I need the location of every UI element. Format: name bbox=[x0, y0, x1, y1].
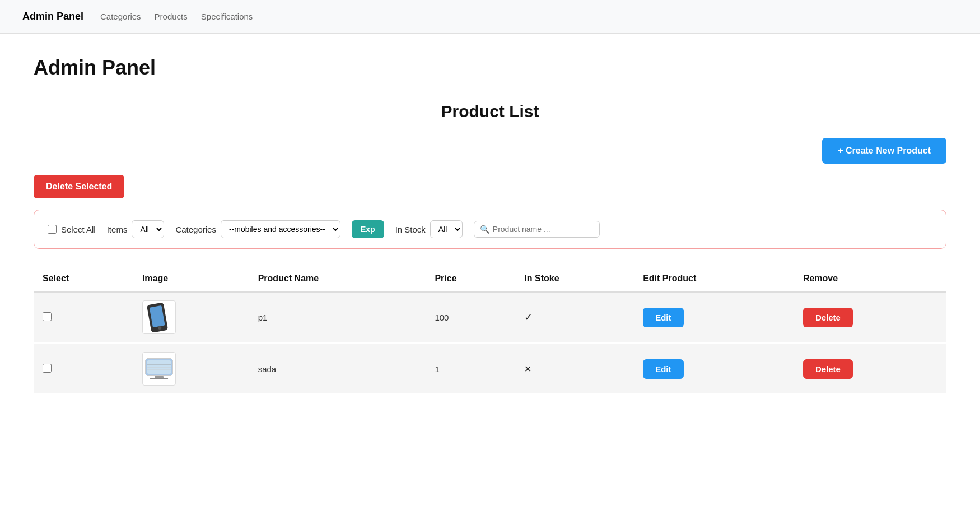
out-of-stock-x-icon: ✕ bbox=[524, 364, 531, 374]
navbar-brand: Admin Panel bbox=[22, 11, 83, 22]
col-product-name: Product Name bbox=[249, 266, 426, 292]
delete-selected-button[interactable]: Delete Selected bbox=[34, 175, 124, 198]
edit-product-cell-0: Edit bbox=[634, 292, 794, 343]
col-price: Price bbox=[426, 266, 515, 292]
nav-link-specifications[interactable]: Specifications bbox=[201, 12, 253, 21]
table-row: sada1✕EditDelete bbox=[34, 343, 946, 395]
product-image-cell-0 bbox=[133, 292, 249, 343]
product-table-body: p1100✓EditDelete sada1✕EditDelete bbox=[34, 292, 946, 395]
product-price-cell-0: 100 bbox=[426, 292, 515, 343]
col-edit-product: Edit Product bbox=[634, 266, 794, 292]
phone-icon bbox=[147, 302, 171, 332]
remove-cell-0: Delete bbox=[794, 292, 946, 343]
edit-product-cell-1: Edit bbox=[634, 343, 794, 395]
row-checkbox-0[interactable] bbox=[43, 312, 52, 321]
categories-filter: Categories --mobiles and accessories-- bbox=[175, 220, 340, 238]
top-actions-bar: + Create New Product bbox=[34, 138, 946, 164]
col-select: Select bbox=[34, 266, 133, 292]
remove-cell-1: Delete bbox=[794, 343, 946, 395]
search-wrapper: 🔍 bbox=[474, 221, 600, 238]
product-image-cell-1 bbox=[133, 343, 249, 395]
delete-button-0[interactable]: Delete bbox=[803, 308, 853, 327]
product-price-cell-1: 1 bbox=[426, 343, 515, 395]
col-in-stoke: In Stoke bbox=[515, 266, 634, 292]
svg-rect-9 bbox=[150, 378, 168, 379]
in-stock-filter: In Stock All bbox=[395, 220, 463, 238]
categories-select[interactable]: --mobiles and accessories-- bbox=[221, 220, 340, 238]
search-input[interactable] bbox=[493, 225, 594, 234]
delete-button-1[interactable]: Delete bbox=[803, 359, 853, 379]
items-select[interactable]: All bbox=[132, 220, 164, 238]
product-name-cell-0: p1 bbox=[249, 292, 426, 343]
product-image-1 bbox=[142, 352, 176, 386]
search-icon: 🔍 bbox=[480, 225, 489, 234]
select-all-checkbox[interactable] bbox=[48, 225, 57, 234]
page-title: Admin Panel bbox=[34, 56, 946, 80]
screen-icon bbox=[144, 358, 174, 380]
exp-button[interactable]: Exp bbox=[352, 220, 384, 238]
row-checkbox-1[interactable] bbox=[43, 364, 52, 373]
filter-bar: Select All Items All Categories --mobile… bbox=[34, 210, 946, 249]
items-filter: Items All bbox=[107, 220, 165, 238]
product-image-0 bbox=[142, 300, 176, 334]
in-stock-select[interactable]: All bbox=[430, 220, 463, 238]
product-stock-cell-0: ✓ bbox=[515, 292, 634, 343]
main-content: Admin Panel Product List + Create New Pr… bbox=[0, 34, 980, 418]
edit-button-0[interactable]: Edit bbox=[643, 308, 683, 327]
categories-filter-label: Categories bbox=[175, 225, 216, 234]
product-stock-cell-1: ✕ bbox=[515, 343, 634, 395]
table-header: Select Image Product Name Price In Stoke… bbox=[34, 266, 946, 292]
navbar: Admin Panel Categories Products Specific… bbox=[0, 0, 980, 34]
select-all-label: Select All bbox=[61, 225, 96, 234]
table-header-row: Select Image Product Name Price In Stoke… bbox=[34, 266, 946, 292]
product-list-title: Product List bbox=[34, 102, 946, 121]
in-stock-filter-label: In Stock bbox=[395, 225, 426, 234]
product-table: Select Image Product Name Price In Stoke… bbox=[34, 266, 946, 396]
table-row: p1100✓EditDelete bbox=[34, 292, 946, 343]
navbar-links: Categories Products Specifications bbox=[100, 12, 253, 21]
select-all-filter: Select All bbox=[48, 225, 96, 234]
col-remove: Remove bbox=[794, 266, 946, 292]
col-image: Image bbox=[133, 266, 249, 292]
edit-button-1[interactable]: Edit bbox=[643, 359, 683, 379]
items-filter-label: Items bbox=[107, 225, 128, 234]
nav-link-categories[interactable]: Categories bbox=[100, 12, 141, 21]
in-stock-check-icon: ✓ bbox=[524, 312, 533, 323]
product-name-cell-1: sada bbox=[249, 343, 426, 395]
nav-link-products[interactable]: Products bbox=[155, 12, 188, 21]
create-new-product-button[interactable]: + Create New Product bbox=[822, 138, 946, 164]
